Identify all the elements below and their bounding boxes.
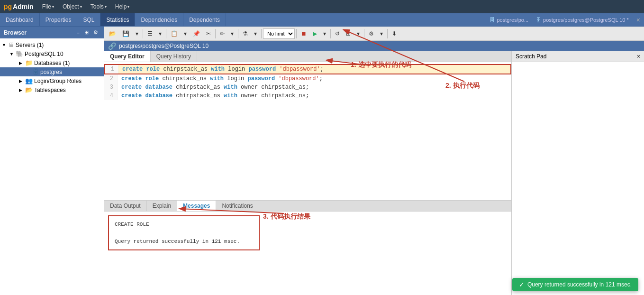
macro-down-button[interactable]: ▾ (377, 28, 386, 39)
list-button[interactable]: ☰ (145, 28, 155, 39)
toolbar-separator (143, 29, 143, 38)
tree-item-tablespaces[interactable]: ▶ 📂 Tablespaces (0, 85, 104, 94)
tab-close-button[interactable]: × (633, 16, 644, 24)
content-area: 📂 💾 ▾ ☰ ▾ 📋 ▾ 📌 ✂ ✏ ▾ ⚗ ▾ No limit ⏹ ▶ ▾ (104, 27, 644, 295)
limit-select[interactable]: No limit (263, 28, 295, 39)
scratch-pad-panel: Scratch Pad × (511, 51, 644, 295)
menu-help[interactable]: Help ▾ (111, 1, 134, 12)
save-button[interactable]: 💾 (119, 28, 132, 39)
run-down-button[interactable]: ▾ (320, 28, 329, 39)
login-roles-icon: 👥 (25, 77, 33, 84)
view-button[interactable]: ⊞ (343, 28, 354, 39)
list-down-button[interactable]: ▾ (156, 28, 164, 39)
code-editor[interactable]: 1 create role chirpstack_as with login p… (104, 62, 511, 200)
chevron-down-icon: ▾ (52, 5, 54, 9)
sidebar-grid-view-button[interactable]: ⊞ (82, 28, 91, 37)
connection-info-full: 🗄 postgres/postgres@PostgreSQL 10 * (532, 17, 633, 23)
line-content: create database chirpstack_as with owner… (118, 83, 309, 92)
status-bar: ✓ Query returned successfully in 121 mse… (512, 278, 638, 291)
db-icon2: 🗄 (536, 17, 541, 23)
message-line-3: Query returned successfully in 121 msec. (115, 237, 253, 246)
edit-down-button[interactable]: ▾ (228, 28, 236, 39)
bottom-panel: Data Output Explain Messages Notificatio… (104, 200, 511, 295)
messages-content: CREATE ROLE Query returned successfully … (104, 212, 511, 295)
server-icon: 🖥 (8, 41, 14, 48)
logo-pg: pg (4, 3, 12, 10)
line-number: 2 (104, 74, 118, 83)
sidebar-config-button[interactable]: ⚙ (91, 28, 100, 37)
tab-explain[interactable]: Explain (147, 201, 177, 211)
menu-file[interactable]: File ▾ (38, 1, 58, 12)
line-number: 1 (105, 65, 118, 74)
line-number: 3 (104, 83, 118, 92)
scratch-pad-close-button[interactable]: × (637, 53, 640, 60)
tab-query-editor[interactable]: Query Editor (104, 51, 151, 62)
tab-dependencies[interactable]: Dependencies (135, 13, 183, 26)
copy-button[interactable]: 📋 (168, 28, 181, 39)
chevron-down-icon: ▾ (80, 5, 82, 9)
databases-folder-icon: 📁 (25, 59, 33, 66)
code-line-1: 1 create role chirpstack_as with login p… (104, 64, 511, 74)
macro-button[interactable]: ⚙ (366, 28, 377, 39)
tree-item-login-roles[interactable]: ▶ 👥 Login/Group Roles (0, 76, 104, 85)
sidebar-header: Browser ≡ ⊞ ⚙ (0, 27, 104, 38)
tab-query-history[interactable]: Query History (151, 51, 197, 62)
tree-item-servers[interactable]: ▼ 🖥 Servers (1) (0, 40, 104, 49)
cut-button[interactable]: ✂ (203, 28, 214, 39)
menu-tools[interactable]: Tools ▾ (87, 1, 110, 12)
tree-expand-icon: ▶ (19, 61, 24, 65)
chevron-down-icon: ▾ (105, 5, 107, 9)
line-content: create database chirpstack_ns with owner… (118, 92, 309, 100)
tab-properties[interactable]: Properties (40, 13, 78, 26)
toolbar-separator (387, 29, 388, 38)
toolbar-separator (238, 29, 238, 38)
tree-item-postgres-db[interactable]: 🗄 postgres (0, 67, 104, 76)
tab-messages[interactable]: Messages (177, 201, 216, 211)
db-icon: 🗄 (490, 17, 495, 23)
view-down-button[interactable]: ▾ (354, 28, 363, 39)
tab-data-output[interactable]: Data Output (104, 201, 147, 211)
filter-button[interactable]: ⚗ (240, 28, 251, 39)
tab-dashboard[interactable]: Dashboard (0, 13, 40, 26)
editor-container: 1 create role chirpstack_as with login p… (104, 62, 511, 200)
line-content: create role chirpstack_ns with login pas… (118, 74, 323, 83)
tab-dependents[interactable]: Dependents (183, 13, 226, 26)
stop-button[interactable]: ⏹ (298, 28, 309, 39)
line-content: create role chirpstack_as with login pas… (118, 65, 324, 74)
status-check-icon: ✓ (519, 281, 525, 288)
edit-button[interactable]: ✏ (217, 28, 227, 39)
toolbar-separator (330, 29, 331, 38)
filter-down-button[interactable]: ▾ (251, 28, 260, 39)
sidebar-tree: ▼ 🖥 Servers (1) ▼ 🐘 PostgreSQL 10 ▶ 📁 Da… (0, 38, 104, 295)
tab-notifications[interactable]: Notifications (216, 201, 259, 211)
menu-object[interactable]: Object ▾ (59, 1, 86, 12)
header-bar: pgAdmin File ▾ Object ▾ Tools ▾ Help ▾ (0, 0, 644, 13)
connection-info-short: 🗄 postgres/po... (486, 17, 532, 23)
download-button[interactable]: ⬇ (389, 28, 399, 39)
editor-tabs: Query Editor Query History (104, 51, 511, 62)
logo-admin: Admin (13, 3, 34, 10)
commit-button[interactable]: ↺ (332, 28, 343, 39)
postgres-db-icon: 🗄 (33, 68, 39, 75)
connection-icon: 🔗 (108, 42, 116, 50)
tree-item-databases[interactable]: ▶ 📁 Databases (1) (0, 58, 104, 67)
message-line-2 (115, 229, 253, 237)
sidebar: Browser ≡ ⊞ ⚙ ▼ 🖥 Servers (1) ▼ 🐘 Postgr… (0, 27, 104, 295)
save-down-button[interactable]: ▾ (133, 28, 141, 39)
tab-sql[interactable]: SQL (77, 13, 100, 26)
tree-expand-icon: ▶ (19, 79, 24, 83)
editor-panel: Query Editor Query History 1 create role… (104, 51, 644, 295)
code-line-3: 3 create database chirpstack_as with own… (104, 83, 511, 92)
scratch-pad-content[interactable] (512, 62, 644, 295)
tab-statistics[interactable]: Statistics (100, 13, 135, 26)
copy-down-button[interactable]: ▾ (181, 28, 190, 39)
paste-button[interactable]: 📌 (190, 28, 203, 39)
messages-box: CREATE ROLE Query returned successfully … (108, 215, 260, 250)
sidebar-list-view-button[interactable]: ≡ (75, 28, 82, 37)
open-folder-button[interactable]: 📂 (106, 28, 119, 39)
tree-item-postgresql10[interactable]: ▼ 🐘 PostgreSQL 10 (0, 49, 104, 58)
tree-expand-icon: ▶ (19, 88, 24, 92)
code-line-4: 4 create database chirpstack_ns with own… (104, 92, 511, 100)
tab-bar: Dashboard Properties SQL Statistics Depe… (0, 13, 644, 27)
run-button[interactable]: ▶ (310, 28, 320, 39)
